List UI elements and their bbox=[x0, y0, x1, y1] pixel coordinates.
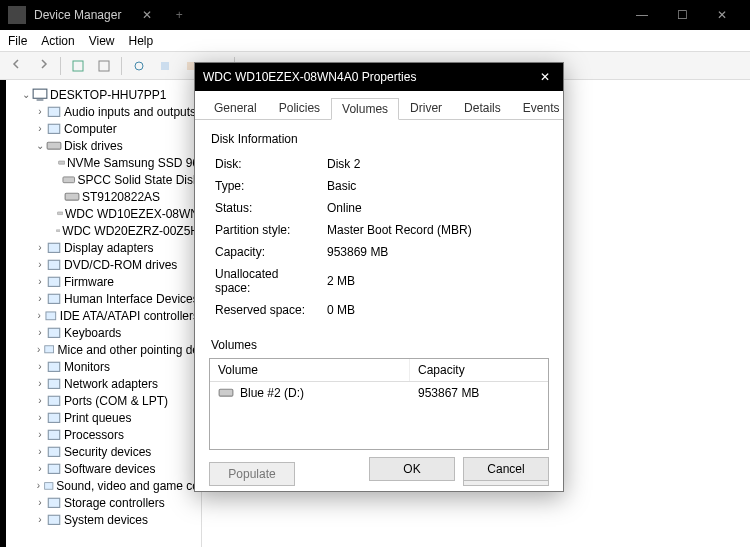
expand-toggle[interactable]: › bbox=[34, 106, 46, 117]
device-icon bbox=[46, 139, 62, 153]
tree-node[interactable]: ›Mice and other pointing de bbox=[8, 341, 199, 358]
tree-node[interactable]: ›Print queues bbox=[8, 409, 199, 426]
capacity-col-header[interactable]: Capacity bbox=[410, 359, 548, 381]
tree-leaf[interactable]: WDC WD20EZRZ-00Z5H bbox=[8, 222, 199, 239]
expand-toggle[interactable]: › bbox=[34, 378, 46, 389]
new-tab-button[interactable]: + bbox=[165, 8, 193, 22]
device-icon bbox=[46, 445, 62, 459]
tree-node[interactable]: ›Display adapters bbox=[8, 239, 199, 256]
tree-node[interactable]: ›Storage controllers bbox=[8, 494, 199, 511]
tab-close-button[interactable]: ✕ bbox=[133, 8, 161, 22]
expand-toggle[interactable]: ⌄ bbox=[34, 140, 46, 151]
tree-label: Monitors bbox=[64, 360, 110, 374]
tree-node[interactable]: ⌄Disk drives bbox=[8, 137, 199, 154]
tree-node[interactable]: ›Sound, video and game co bbox=[8, 477, 199, 494]
tree-node[interactable]: ›Audio inputs and outputs bbox=[8, 103, 199, 120]
svg-rect-3 bbox=[161, 62, 169, 70]
tree-node[interactable]: ›Human Interface Devices bbox=[8, 290, 199, 307]
tree-label: Security devices bbox=[64, 445, 151, 459]
tree-label: Storage controllers bbox=[64, 496, 165, 510]
expand-toggle[interactable]: › bbox=[34, 344, 43, 355]
dialog-title-bar: WDC WD10EZEX-08WN4A0 Properties ✕ bbox=[195, 63, 563, 91]
tree-node[interactable]: ›IDE ATA/ATAPI controllers bbox=[8, 307, 199, 324]
tree-node[interactable]: ›Processors bbox=[8, 426, 199, 443]
svg-rect-12 bbox=[47, 142, 61, 149]
tree-node[interactable]: ›Software devices bbox=[8, 460, 199, 477]
expand-toggle[interactable]: › bbox=[34, 327, 46, 338]
tree-node[interactable]: ›Firmware bbox=[8, 273, 199, 290]
menu-view[interactable]: View bbox=[89, 34, 115, 48]
expand-toggle[interactable]: › bbox=[34, 429, 46, 440]
expand-toggle[interactable]: › bbox=[34, 497, 46, 508]
device-icon bbox=[46, 326, 62, 340]
expand-toggle[interactable]: › bbox=[34, 293, 46, 304]
tree-node[interactable]: ›Ports (COM & LPT) bbox=[8, 392, 199, 409]
tree-node[interactable]: ›Keyboards bbox=[8, 324, 199, 341]
expand-toggle[interactable]: › bbox=[34, 480, 43, 491]
maximize-button[interactable]: ☐ bbox=[662, 0, 702, 30]
volume-col-header[interactable]: Volume bbox=[210, 359, 410, 381]
svg-rect-11 bbox=[48, 124, 59, 133]
tab-general[interactable]: General bbox=[203, 97, 268, 119]
tab-events[interactable]: Events bbox=[512, 97, 571, 119]
volume-name: Blue #2 (D:) bbox=[240, 386, 304, 400]
expand-toggle[interactable]: › bbox=[34, 463, 46, 474]
forward-button[interactable] bbox=[32, 55, 54, 77]
volume-capacity: 953867 MB bbox=[418, 386, 540, 400]
tree-node[interactable]: ›Computer bbox=[8, 120, 199, 137]
tree-leaf[interactable]: WDC WD10EZEX-08WN bbox=[8, 205, 199, 222]
tree-leaf[interactable]: NVMe Samsung SSD 96 bbox=[8, 154, 199, 171]
tree-label: System devices bbox=[64, 513, 148, 527]
expand-toggle[interactable]: › bbox=[34, 361, 46, 372]
back-button[interactable] bbox=[6, 55, 28, 77]
expand-toggle[interactable]: › bbox=[34, 276, 46, 287]
tree-node[interactable]: ›DVD/CD-ROM drives bbox=[8, 256, 199, 273]
toolbar-button-2[interactable] bbox=[93, 55, 115, 77]
tab-driver[interactable]: Driver bbox=[399, 97, 453, 119]
expand-toggle[interactable]: › bbox=[34, 259, 46, 270]
expand-toggle[interactable]: › bbox=[34, 446, 46, 457]
svg-rect-31 bbox=[48, 464, 59, 473]
tab-policies[interactable]: Policies bbox=[268, 97, 331, 119]
ok-button[interactable]: OK bbox=[369, 457, 455, 481]
device-icon bbox=[46, 258, 62, 272]
device-tree[interactable]: ⌄DESKTOP-HHU7PP1›Audio inputs and output… bbox=[6, 80, 202, 547]
expand-toggle[interactable]: ⌄ bbox=[20, 89, 32, 100]
toolbar-button-3[interactable] bbox=[128, 55, 150, 77]
dialog-close-button[interactable]: ✕ bbox=[535, 67, 555, 87]
tree-label: Firmware bbox=[64, 275, 114, 289]
svg-rect-0 bbox=[73, 61, 83, 71]
expand-toggle[interactable]: › bbox=[34, 310, 44, 321]
expand-toggle[interactable]: › bbox=[34, 412, 46, 423]
tree-root[interactable]: ⌄DESKTOP-HHU7PP1 bbox=[8, 86, 199, 103]
tree-label: IDE ATA/ATAPI controllers bbox=[60, 309, 199, 323]
expand-toggle[interactable]: › bbox=[34, 242, 46, 253]
minimize-button[interactable]: — bbox=[622, 0, 662, 30]
menu-file[interactable]: File bbox=[8, 34, 27, 48]
volume-row[interactable]: Blue #2 (D:)953867 MB bbox=[210, 382, 548, 404]
tree-node[interactable]: ›System devices bbox=[8, 511, 199, 528]
tree-node[interactable]: ›Network adapters bbox=[8, 375, 199, 392]
tree-label: WDC WD20EZRZ-00Z5H bbox=[62, 224, 199, 238]
toolbar-button-1[interactable] bbox=[67, 55, 89, 77]
tree-leaf[interactable]: SPCC Solid State Disk bbox=[8, 171, 199, 188]
toolbar-button-4[interactable] bbox=[154, 55, 176, 77]
tab-volumes[interactable]: Volumes bbox=[331, 98, 399, 120]
close-button[interactable]: ✕ bbox=[702, 0, 742, 30]
tree-label: Processors bbox=[64, 428, 124, 442]
tree-leaf[interactable]: ST9120822AS bbox=[8, 188, 199, 205]
menu-help[interactable]: Help bbox=[129, 34, 154, 48]
populate-button[interactable]: Populate bbox=[209, 462, 295, 486]
expand-toggle[interactable]: › bbox=[34, 514, 46, 525]
device-icon bbox=[64, 190, 80, 204]
volumes-list[interactable]: Volume Capacity Blue #2 (D:)953867 MB bbox=[209, 358, 549, 450]
expand-toggle[interactable]: › bbox=[34, 395, 46, 406]
tree-label: Sound, video and game co bbox=[56, 479, 199, 493]
tree-node[interactable]: ›Monitors bbox=[8, 358, 199, 375]
tree-node[interactable]: ›Security devices bbox=[8, 443, 199, 460]
cancel-button[interactable]: Cancel bbox=[463, 457, 549, 481]
device-icon bbox=[57, 207, 63, 221]
expand-toggle[interactable]: › bbox=[34, 123, 46, 134]
menu-action[interactable]: Action bbox=[41, 34, 74, 48]
tab-details[interactable]: Details bbox=[453, 97, 512, 119]
